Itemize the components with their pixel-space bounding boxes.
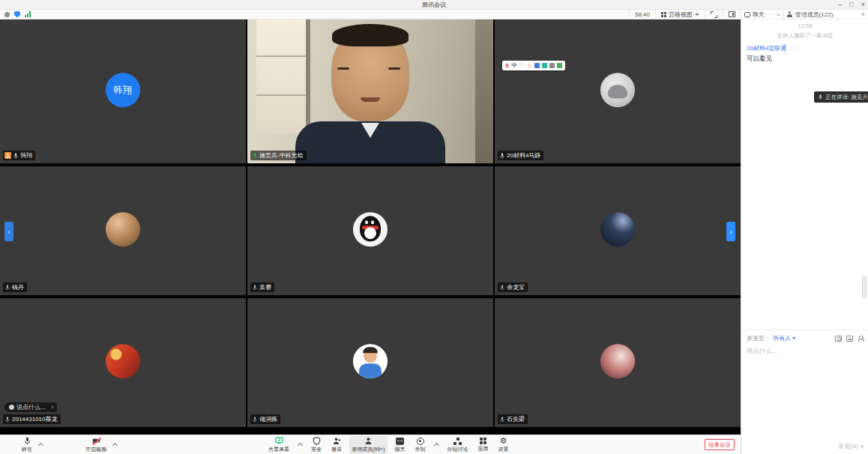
video-tile[interactable]: 储润炼 [247, 298, 493, 427]
ime-logo: S [505, 62, 509, 69]
send-to-row: 发送至： 所有人 [741, 330, 868, 342]
fullscreen-button[interactable] [705, 10, 723, 19]
video-person-eye [388, 67, 400, 70]
security-button[interactable]: 安全 [309, 436, 324, 454]
video-tile[interactable]: 石先梁 [495, 298, 741, 427]
video-options-caret[interactable] [112, 442, 118, 447]
maximize-button[interactable]: □ [849, 0, 853, 10]
participant-name-tag: 施竞兵-中科光绘 [250, 151, 307, 160]
grid-view-icon [661, 12, 666, 17]
record-button[interactable]: 录制 [413, 436, 428, 454]
avatar [600, 73, 635, 107]
mic-icon [818, 94, 823, 100]
bottom-toolbar: 静音 开启视频 共享屏幕 安全 [0, 435, 741, 454]
image-icon[interactable] [846, 336, 853, 342]
meeting-statusbar: 58:40 宫格视图 [0, 10, 741, 19]
chat-bubble-icon [744, 12, 750, 17]
mention-icon[interactable] [858, 336, 864, 342]
mic-muted-icon [499, 285, 505, 291]
close-panel-icon[interactable]: × [861, 10, 865, 18]
chat-scrollbar-thumb[interactable] [862, 276, 867, 298]
share-options-caret[interactable] [298, 442, 303, 447]
window-controls: – □ × [838, 0, 865, 10]
video-tile[interactable]: 施竞兵-中科光绘 [247, 19, 493, 163]
screenshot-icon[interactable] [835, 336, 842, 342]
video-person-hair [332, 24, 409, 46]
mic-icon [23, 437, 31, 445]
mic-muted-icon [252, 417, 258, 423]
chevron-down-icon [695, 13, 699, 16]
chat-input[interactable] [747, 347, 864, 354]
apps-button[interactable]: 应用 [476, 436, 491, 454]
video-tile[interactable]: 钱丹 [0, 166, 246, 295]
chat-sender-name[interactable]: 20材料4雷联通 [747, 44, 864, 52]
tab-close-icon[interactable]: × [777, 11, 780, 18]
shield-icon [313, 437, 321, 445]
status-icons [0, 11, 31, 18]
video-tile[interactable]: 吴赛 [247, 166, 493, 295]
video-window-art [256, 19, 310, 133]
pill-collapse-button[interactable]: ‹ [48, 402, 57, 412]
gear-icon: ⚙ [500, 437, 507, 445]
sogou-ime-bar[interactable]: S 中 °· ☺ [502, 61, 565, 70]
record-options-caret[interactable] [434, 442, 439, 447]
close-button[interactable]: × [861, 0, 865, 10]
toolbar-center-group: 共享屏幕 安全 邀请 管理成员(99+) 聊天 录制 [307, 436, 511, 454]
chat-sidebar: 聊天 ··· × 管理成员(122) × 13:58 主持人撤回了一条消息 20… [741, 10, 868, 454]
next-page-arrow[interactable]: › [726, 222, 735, 241]
person-icon [787, 11, 793, 17]
quick-message-pill[interactable]: 说点什么... [4, 402, 50, 412]
tab-manage-members[interactable]: 管理成员(122) [787, 10, 834, 19]
prev-page-arrow[interactable]: ‹ [4, 222, 13, 241]
tab-overflow[interactable]: ··· [768, 11, 774, 18]
avatar [353, 212, 388, 246]
tab-chat[interactable]: 聊天 [744, 10, 765, 19]
video-tile[interactable]: 余龙宝 [495, 166, 741, 295]
layout-icon [729, 11, 735, 17]
send-to-selector[interactable]: 所有人 [773, 334, 795, 342]
mic-options-caret[interactable] [38, 442, 43, 447]
breakout-rooms-button[interactable]: 分组讨论 [445, 436, 471, 454]
start-video-button[interactable]: 开启视频 [83, 436, 109, 454]
breakout-icon [453, 438, 462, 445]
video-doorframe-art [475, 19, 493, 163]
video-tile[interactable]: 韩翔 韩翔 [0, 19, 246, 163]
video-tile[interactable]: 20材料4马静 [495, 19, 741, 163]
settings-button[interactable]: ⚙ 设置 [496, 436, 511, 454]
network-signal-icon[interactable] [25, 11, 31, 17]
video-grid: 韩翔 韩翔 施竞兵-中科光绘 [0, 19, 741, 435]
manage-members-button[interactable]: 管理成员(99+) [349, 436, 388, 454]
chat-button[interactable]: 聊天 [393, 436, 408, 454]
ime-keyboard-icon [534, 63, 540, 68]
participant-video [247, 19, 493, 163]
avatar [600, 212, 635, 246]
ime-emoji-icon: ☺ [526, 62, 532, 69]
tab-divider [783, 11, 784, 18]
chat-system-message: 主持人撤回了一条消息 [741, 32, 868, 40]
share-screen-icon [275, 437, 283, 445]
end-meeting-button[interactable]: 结束会议 [705, 439, 735, 450]
window-titlebar: 腾讯会议 – □ × [0, 0, 868, 10]
security-shield-icon[interactable] [14, 11, 20, 18]
send-options-caret[interactable] [860, 444, 864, 448]
record-icon [417, 438, 424, 445]
toolbar-left-group: 静音 开启视频 [19, 436, 118, 454]
view-mode-switcher[interactable]: 宫格视图 [655, 10, 705, 19]
invite-button[interactable]: 邀请 [329, 436, 344, 454]
mic-muted-icon [4, 417, 10, 423]
send-button[interactable]: 发送(S) [838, 442, 864, 450]
layout-button[interactable] [723, 10, 741, 19]
chat-message: 20材料4雷联通 可以看见 [741, 40, 868, 64]
chat-tool-icons [835, 336, 864, 342]
camera-off-icon [92, 437, 100, 445]
fullscreen-icon [711, 11, 717, 18]
meeting-info-icon[interactable] [4, 12, 10, 17]
ime-punct-mode: °· [519, 62, 524, 69]
chat-bubble-icon [396, 438, 404, 445]
cartoon-avatar-art [359, 363, 382, 378]
mute-button[interactable]: 静音 [19, 436, 34, 454]
minimize-button[interactable]: – [838, 0, 842, 10]
share-screen-button[interactable]: 共享屏幕 [266, 436, 292, 454]
chat-message-list[interactable]: 13:58 主持人撤回了一条消息 20材料4雷联通 可以看见 [741, 19, 868, 330]
avatar: 韩翔 [106, 73, 140, 107]
